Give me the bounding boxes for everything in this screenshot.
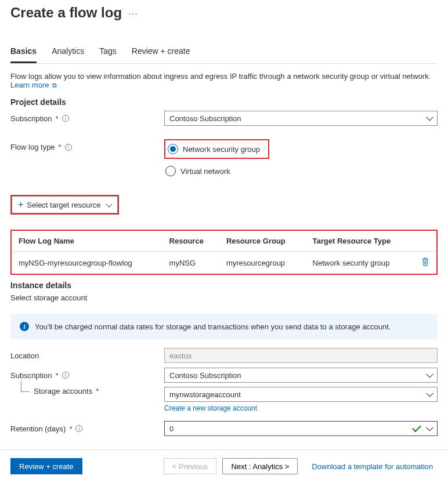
project-details-heading: Project details (10, 97, 438, 107)
radio-nsg-label: Network security group (183, 145, 260, 154)
subscription-select[interactable]: Contoso Subscription (164, 111, 438, 126)
subscription-value: Contoso Subscription (169, 114, 241, 123)
col-target-type: Target Resource Type (306, 231, 414, 252)
radio-vnet-label: Virtual network (180, 167, 230, 176)
select-target-resource-button[interactable]: + Select target resource (12, 196, 118, 213)
next-button[interactable]: Next : Analytics > (222, 458, 298, 474)
instance-subscription-value: Contoso Subscription (169, 371, 241, 380)
banner-text: You'll be charged normal data rates for … (35, 322, 391, 331)
create-storage-link[interactable]: Create a new storage account (164, 404, 257, 412)
tab-review-create[interactable]: Review + create (132, 46, 190, 63)
flow-log-type-label: Flow log type (10, 143, 55, 151)
page-title: Create a flow log (10, 5, 122, 21)
retention-input[interactable]: 0 (164, 421, 438, 436)
delete-icon[interactable] (421, 257, 429, 266)
radio-circle-icon (165, 166, 176, 176)
review-create-button[interactable]: Review + create (10, 458, 82, 474)
tab-basics[interactable]: Basics (10, 46, 37, 63)
info-icon[interactable]: i (75, 425, 82, 432)
info-banner: i You'll be charged normal data rates fo… (10, 314, 438, 339)
info-icon[interactable]: i (62, 115, 69, 122)
storage-accounts-label: Storage accounts (34, 387, 92, 395)
required-icon: * (69, 424, 72, 433)
required-icon: * (59, 143, 62, 151)
required-icon: * (56, 114, 59, 123)
chevron-down-icon (106, 201, 112, 207)
storage-accounts-value: mynwstorageaccount (169, 390, 241, 399)
location-input (164, 348, 438, 363)
instance-subscription-select[interactable]: Contoso Subscription (164, 368, 438, 383)
radio-virtual-network[interactable]: Virtual network (164, 164, 438, 179)
info-banner-icon: i (20, 322, 29, 331)
target-resource-table: Flow Log Name Resource Resource Group Ta… (10, 230, 438, 275)
radio-network-security-group[interactable]: Network security group (167, 141, 266, 157)
instance-details-heading: Instance details (10, 281, 438, 290)
cell-flow-log-name: myNSG-myresourcegroup-flowlog (12, 252, 162, 274)
col-flow-log-name: Flow Log Name (12, 231, 162, 252)
subscription-label: Subscription (10, 114, 52, 123)
required-icon: * (56, 371, 59, 380)
external-link-icon: ⧉ (52, 82, 57, 89)
learn-more-link[interactable]: Learn more ⧉ (10, 81, 57, 89)
location-label: Location (10, 351, 39, 360)
cell-resource: myNSG (162, 252, 219, 274)
required-icon: * (96, 387, 99, 395)
intro-text: Flow logs allow you to view information … (10, 72, 431, 81)
col-resource: Resource (162, 231, 219, 252)
table-row: myNSG-myresourcegroup-flowlog myNSG myre… (12, 252, 436, 274)
tab-strip: Basics Analytics Tags Review + create (10, 46, 438, 64)
cell-resource-group: myresourcegroup (219, 252, 306, 274)
table-header-row: Flow Log Name Resource Resource Group Ta… (12, 231, 436, 252)
info-icon[interactable]: i (65, 144, 72, 151)
radio-circle-icon (168, 144, 178, 154)
tab-tags[interactable]: Tags (99, 46, 117, 63)
more-menu-icon[interactable]: ··· (129, 8, 138, 18)
previous-button: < Previous (164, 458, 217, 474)
retention-label: Retention (days) (10, 424, 66, 433)
retention-value: 0 (169, 424, 174, 433)
select-storage-account-label: Select storage account (10, 293, 438, 302)
plus-icon: + (18, 200, 23, 209)
learn-more-label: Learn more (10, 81, 49, 89)
tab-analytics[interactable]: Analytics (52, 46, 84, 63)
cell-target-type: Network security group (306, 252, 414, 274)
download-template-link[interactable]: Download a template for automation (312, 462, 433, 471)
col-resource-group: Resource Group (219, 231, 306, 252)
select-target-label: Select target resource (27, 201, 100, 209)
instance-subscription-label: Subscription (10, 371, 52, 380)
info-icon[interactable]: i (62, 372, 69, 379)
check-icon (412, 423, 421, 433)
storage-accounts-select[interactable]: mynwstorageaccount (164, 387, 438, 402)
